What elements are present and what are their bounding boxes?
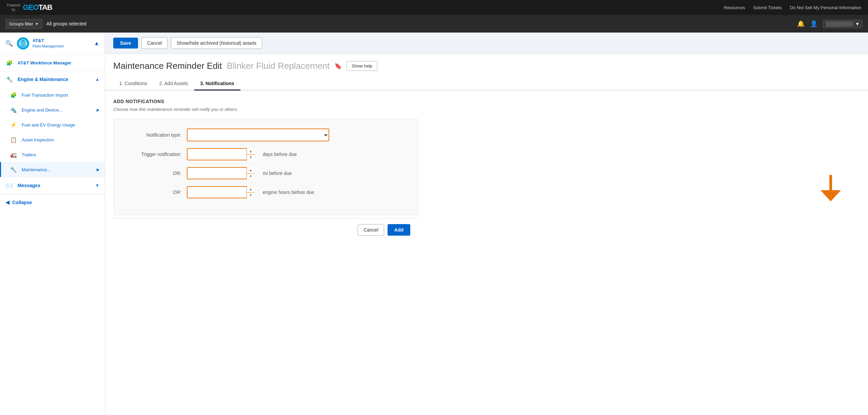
user-dropdown-chevron-icon: ▼ <box>855 21 860 26</box>
page-title-area: Maintenance Reminder Edit Blinker Fluid … <box>105 54 868 75</box>
mi-spinner-buttons: ▲ ▼ <box>246 167 255 179</box>
powered-by-text: Poweredby <box>7 3 20 12</box>
svg-marker-4 <box>821 190 841 201</box>
hours-spinner: ▲ ▼ <box>187 186 255 198</box>
groups-filter-button[interactable]: Groups filter ▼ <box>5 19 42 29</box>
sidebar-section-messages-header[interactable]: ✉️ Messages ▼ <box>0 177 105 194</box>
org-sub: Fleet Management <box>33 44 64 48</box>
search-icon[interactable]: 🔍 <box>5 40 13 47</box>
groups-bar-right: 🔔 👤 █████ ▼ <box>797 20 863 28</box>
section-description: Choose how this maintenance reminder wil… <box>113 107 860 112</box>
sidebar-item-maintenance[interactable]: 🔧 Maintenance... ▶ <box>0 162 105 177</box>
arrow-indicator <box>821 175 841 207</box>
tab-add-assets[interactable]: 2. Add Assets <box>153 77 194 91</box>
fuel-ev-icon: ⚡ <box>9 121 18 129</box>
asset-inspection-icon: 📋 <box>9 136 18 144</box>
sidebar-section-att-workforce-header[interactable]: 🧩 AT&T Workforce Manager <box>0 55 105 71</box>
sidebar-section-att-workforce: 🧩 AT&T Workforce Manager <box>0 55 105 71</box>
mi-decrement-button[interactable]: ▼ <box>247 174 255 180</box>
sidebar-item-asset-inspection[interactable]: 📋 Asset Inspection <box>0 132 105 147</box>
form-bottom-buttons: Cancel Add <box>113 218 418 241</box>
or-mi-label: OR: <box>127 171 181 176</box>
engine-icon: 🔧 <box>5 75 14 83</box>
or-hours-row: OR: ▲ ▼ engine hours before due <box>127 186 405 198</box>
save-button[interactable]: Save <box>113 38 138 48</box>
sidebar-item-engine-device[interactable]: 🔩 Engine and Device... ▶ <box>0 102 105 117</box>
maintenance-icon: 🔧 <box>9 165 18 174</box>
groups-filter-label: Groups filter <box>9 21 33 26</box>
sidebar-item-maintenance-label: Maintenance... <box>22 167 51 172</box>
hours-decrement-button[interactable]: ▼ <box>247 193 255 199</box>
groups-selected-text: All groups selected <box>46 21 86 26</box>
tab-notifications[interactable]: 3. Notifications <box>194 77 240 91</box>
form-add-button[interactable]: Add <box>388 224 410 236</box>
sidebar-item-trailers[interactable]: 🚛 Trailers <box>0 147 105 162</box>
trigger-spinner: ▲ ▼ <box>187 148 255 160</box>
show-help-button[interactable]: Show help <box>347 61 377 71</box>
user-icon[interactable]: 👤 <box>810 20 817 27</box>
top-nav-links: Resources Submit Tickets Do Not Sell My … <box>724 5 861 10</box>
or-hours-label: OR: <box>127 190 181 195</box>
notification-type-label: Notification type: <box>127 132 181 138</box>
or-mi-row: OR: ▲ ▼ mi before due <box>127 167 405 179</box>
collapse-label: Collapse <box>12 200 32 205</box>
hours-input[interactable] <box>187 186 255 198</box>
sidebar-item-asset-inspection-label: Asset Inspection <box>22 137 54 142</box>
hours-suffix: engine hours before due <box>263 190 314 195</box>
hours-increment-button[interactable]: ▲ <box>247 186 255 193</box>
toolbar: Save Cancel Show/hide archived (historic… <box>105 33 868 54</box>
maintenance-chevron-icon: ▶ <box>97 167 99 172</box>
trigger-increment-button[interactable]: ▲ <box>247 148 255 155</box>
tab-conditions[interactable]: 1. Conditions <box>113 77 153 91</box>
org-name: AT&T <box>33 38 64 44</box>
do-not-sell-link[interactable]: Do Not Sell My Personal Information <box>790 5 861 10</box>
submit-tickets-link[interactable]: Submit Tickets <box>753 5 782 10</box>
form-card: Notification type: Trigger notification:… <box>113 119 418 215</box>
sidebar-item-fuel-transaction-label: Fuel Transaction Import <box>22 93 68 98</box>
sidebar-item-fuel-ev[interactable]: ⚡ Fuel and EV Energy Usage <box>0 117 105 132</box>
section-title: ADD NOTIFICATIONS <box>113 99 860 104</box>
sidebar-collapse-area[interactable]: ◀ Collapse <box>0 194 105 210</box>
collapse-left-icon: ◀ <box>5 199 9 205</box>
geotab-logo: GEOTAB <box>23 3 52 12</box>
sidebar-section-messages: ✉️ Messages ▼ <box>0 177 105 194</box>
archive-button[interactable]: Show/hide archived (historical) assets <box>171 37 262 49</box>
trigger-notification-row: Trigger notification: ▲ ▼ days before du… <box>127 148 405 160</box>
trigger-days-input[interactable] <box>187 148 255 160</box>
notification-type-select[interactable] <box>187 129 329 141</box>
user-name: █████ <box>826 21 853 26</box>
groups-bar: Groups filter ▼ All groups selected 🔔 👤 … <box>0 15 868 33</box>
hours-spinner-buttons: ▲ ▼ <box>246 186 255 198</box>
trigger-spinner-buttons: ▲ ▼ <box>246 148 255 160</box>
cancel-button[interactable]: Cancel <box>141 37 168 49</box>
engine-device-chevron-icon: ▶ <box>97 108 99 112</box>
form-cancel-button[interactable]: Cancel <box>358 224 384 236</box>
sidebar-section-engine-label: Engine & Maintenance <box>18 77 91 82</box>
sidebar-item-fuel-transaction[interactable]: 🧩 Fuel Transaction Import <box>0 87 105 102</box>
sidebar-item-fuel-ev-label: Fuel and EV Energy Usage <box>22 122 75 127</box>
notification-type-row: Notification type: <box>127 129 405 141</box>
sidebar-header: 🔍 AT&T Fleet Management ▲ <box>0 33 105 55</box>
user-dropdown[interactable]: █████ ▼ <box>823 20 863 28</box>
trigger-decrement-button[interactable]: ▼ <box>247 155 255 161</box>
page-title-sub: Blinker Fluid Replacement <box>227 61 330 71</box>
att-workforce-icon: 🧩 <box>5 59 14 67</box>
groups-filter-chevron-icon: ▼ <box>35 22 39 26</box>
mi-increment-button[interactable]: ▲ <box>247 167 255 174</box>
engine-section-chevron-icon: ▲ <box>95 77 99 82</box>
resources-link[interactable]: Resources <box>724 5 745 10</box>
sidebar-item-engine-device-label: Engine and Device... <box>22 107 62 113</box>
sidebar-section-att-workforce-label: AT&T Workforce Manager <box>18 60 99 65</box>
content-area: Save Cancel Show/hide archived (historic… <box>105 33 868 415</box>
main-layout: 🔍 AT&T Fleet Management ▲ 🧩 <box>0 33 868 415</box>
engine-device-icon: 🔩 <box>9 106 18 114</box>
sidebar-toggle-button[interactable]: ▲ <box>94 40 99 46</box>
notifications-content: ADD NOTIFICATIONS Choose how this mainte… <box>105 91 868 249</box>
messages-chevron-icon: ▼ <box>95 183 99 188</box>
mi-input[interactable] <box>187 167 255 179</box>
sidebar: 🔍 AT&T Fleet Management ▲ 🧩 <box>0 33 105 415</box>
bell-icon[interactable]: 🔔 <box>797 20 805 27</box>
bookmark-icon[interactable]: 🔖 <box>334 62 342 70</box>
sidebar-section-engine-header[interactable]: 🔧 Engine & Maintenance ▲ <box>0 71 105 87</box>
mi-suffix: mi before due <box>263 171 292 176</box>
